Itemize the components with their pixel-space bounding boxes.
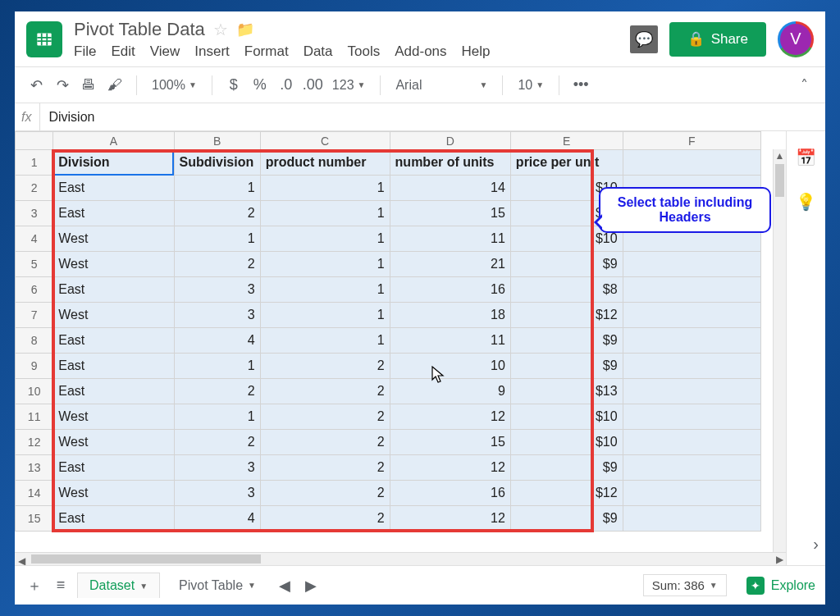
cell[interactable] [623, 277, 760, 303]
cell[interactable]: West [53, 303, 174, 328]
cell[interactable]: 4 [174, 328, 260, 354]
undo-button[interactable]: ↶ [26, 76, 46, 94]
comments-button[interactable]: 💬 [630, 25, 658, 53]
cell[interactable] [623, 354, 760, 379]
move-folder-icon[interactable]: 📁 [236, 21, 254, 39]
cell[interactable] [623, 506, 760, 532]
cell[interactable]: 1 [260, 201, 390, 226]
cell[interactable]: 2 [174, 430, 260, 455]
quick-sum-display[interactable]: Sum: 386▼ [643, 574, 727, 596]
add-sheet-button[interactable]: ＋ [25, 576, 44, 595]
print-button[interactable]: 🖶 [79, 76, 98, 94]
menu-edit[interactable]: Edit [111, 43, 135, 60]
collapse-toolbar-button[interactable]: ˄ [794, 76, 814, 94]
cell[interactable]: $9 [510, 506, 623, 532]
paint-format-button[interactable]: 🖌 [105, 76, 125, 94]
cell[interactable]: 2 [260, 379, 390, 404]
cell[interactable] [623, 455, 760, 481]
cell[interactable]: East [53, 201, 174, 226]
horizontal-scrollbar[interactable]: ◀▶ [15, 552, 786, 565]
menu-format[interactable]: Format [244, 43, 289, 60]
menu-view[interactable]: View [150, 43, 180, 60]
cell[interactable]: 1 [260, 303, 390, 328]
cell[interactable]: East [53, 354, 174, 379]
cell[interactable]: 2 [260, 481, 390, 506]
cell[interactable]: $10 [510, 430, 623, 455]
cell[interactable]: 16 [390, 277, 510, 303]
column-header-A[interactable]: A [53, 132, 174, 150]
cell[interactable]: 1 [174, 404, 260, 430]
cell[interactable]: $12 [510, 303, 623, 328]
prev-sheet-button[interactable]: ◀ [275, 577, 294, 595]
row-header-2[interactable]: 2 [16, 176, 53, 201]
sheet-tab-pivot-table[interactable]: Pivot Table▼ [167, 573, 268, 599]
menu-insert[interactable]: Insert [194, 43, 230, 60]
cell[interactable]: $10 [510, 404, 623, 430]
cell[interactable]: 3 [174, 481, 260, 506]
cell[interactable]: 3 [174, 277, 260, 303]
cell[interactable]: 21 [390, 252, 510, 277]
cell[interactable]: 2 [260, 506, 390, 532]
row-header-6[interactable]: 6 [16, 277, 53, 303]
row-header-9[interactable]: 9 [16, 354, 53, 379]
number-format-select[interactable]: 123▼ [329, 78, 369, 93]
column-header-D[interactable]: D [390, 132, 510, 150]
share-button[interactable]: 🔒 Share [669, 22, 766, 57]
cell[interactable]: 11 [390, 328, 510, 354]
row-header-14[interactable]: 14 [16, 481, 53, 506]
currency-button[interactable]: $ [224, 76, 244, 94]
cell[interactable]: Division [53, 150, 174, 176]
cell[interactable]: 3 [174, 455, 260, 481]
select-all-corner[interactable] [16, 132, 53, 150]
cell[interactable]: 1 [260, 328, 390, 354]
cell[interactable]: 15 [390, 430, 510, 455]
keep-icon[interactable]: 💡 [796, 192, 816, 212]
cell[interactable]: 1 [260, 252, 390, 277]
cell[interactable]: West [53, 404, 174, 430]
cell[interactable]: 1 [174, 176, 260, 201]
sheet-tab-dataset[interactable]: Dataset▼ [77, 573, 160, 598]
cell[interactable]: 11 [390, 226, 510, 252]
cell[interactable]: 1 [174, 354, 260, 379]
calendar-icon[interactable]: 📅 [796, 148, 816, 167]
cell[interactable]: 12 [390, 506, 510, 532]
cell[interactable]: $9 [510, 252, 623, 277]
row-header-15[interactable]: 15 [16, 506, 53, 532]
cell[interactable]: West [53, 252, 174, 277]
cell[interactable]: $9 [510, 328, 623, 354]
menu-help[interactable]: Help [462, 43, 491, 60]
account-avatar[interactable]: V [778, 21, 814, 57]
cell[interactable]: 4 [174, 506, 260, 532]
cell[interactable]: East [53, 176, 174, 201]
cell[interactable]: 2 [174, 379, 260, 404]
cell[interactable] [623, 150, 760, 176]
cell[interactable]: 2 [260, 430, 390, 455]
row-header-8[interactable]: 8 [16, 328, 53, 354]
explore-button[interactable]: ✦ Explore [746, 577, 815, 595]
cell[interactable] [623, 328, 760, 354]
cell[interactable]: 16 [390, 481, 510, 506]
cell[interactable]: 2 [260, 404, 390, 430]
all-sheets-button[interactable]: ≡ [51, 577, 71, 594]
column-header-C[interactable]: C [260, 132, 390, 150]
row-header-1[interactable]: 1 [16, 150, 53, 176]
cell[interactable] [623, 404, 760, 430]
next-sheet-button[interactable]: ▶ [301, 577, 321, 595]
cell[interactable]: product number [260, 150, 390, 176]
column-header-B[interactable]: B [174, 132, 260, 150]
cell[interactable] [623, 303, 760, 328]
row-header-10[interactable]: 10 [16, 379, 53, 404]
cell[interactable]: East [53, 506, 174, 532]
cell[interactable]: 2 [174, 201, 260, 226]
row-header-11[interactable]: 11 [16, 404, 53, 430]
cell[interactable] [623, 252, 760, 277]
cell[interactable]: 2 [174, 252, 260, 277]
row-header-3[interactable]: 3 [16, 201, 53, 226]
cell[interactable]: Subdivision [174, 150, 260, 176]
cell[interactable]: 15 [390, 201, 510, 226]
percent-button[interactable]: % [250, 76, 270, 94]
menu-add-ons[interactable]: Add-ons [395, 43, 446, 60]
cell[interactable]: 1 [260, 226, 390, 252]
cell[interactable]: $12 [510, 481, 623, 506]
cell[interactable]: 1 [174, 226, 260, 252]
